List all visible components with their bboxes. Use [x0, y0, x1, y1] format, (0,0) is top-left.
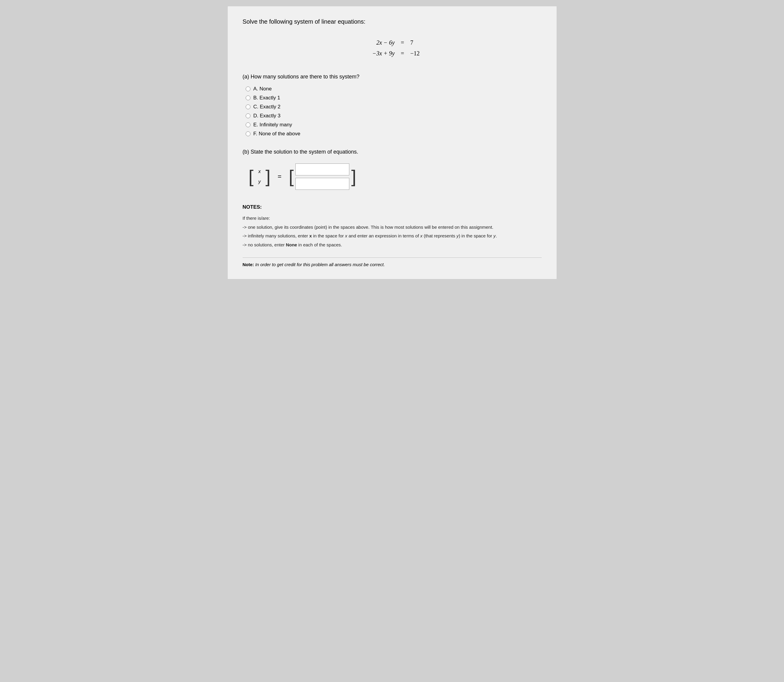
vector-equation: [ x y ] = [ ] [249, 161, 541, 192]
eq2-rhs: −12 [410, 48, 425, 59]
radio-c[interactable] [246, 105, 251, 109]
option-b-label: B. Exactly 1 [254, 95, 280, 101]
vector-y-label: y [256, 178, 262, 186]
left-vector: [ x y ] [249, 165, 270, 188]
part-b-section: (b) State the solution to the system of … [243, 149, 541, 192]
option-d-label: D. Exactly 3 [254, 113, 281, 119]
left-bracket-open: [ [249, 165, 254, 188]
right-vector: [ ] [289, 161, 356, 192]
x-solution-input[interactable] [295, 164, 349, 175]
vector-x-label: x [256, 168, 262, 175]
radio-b[interactable] [246, 96, 251, 100]
option-f[interactable]: F. None of the above [246, 131, 541, 137]
eq2-lhs: −3x + 9y [359, 48, 395, 59]
equation-row-2: −3x + 9y = −12 [243, 48, 541, 59]
option-a-label: A. None [254, 86, 272, 92]
y-solution-input[interactable] [295, 178, 349, 190]
equation-row-1: 2x − 6y = 7 [243, 37, 541, 48]
notes-body: If there is/are: -> one solution, give i… [243, 214, 541, 249]
equations-block: 2x − 6y = 7 −3x + 9y = −12 [243, 37, 541, 59]
vector-labels: x y [254, 165, 265, 188]
radio-e[interactable] [246, 123, 251, 127]
radio-group: A. None B. Exactly 1 C. Exactly 2 D. Exa… [246, 86, 541, 137]
eq2-equals: = [400, 48, 406, 59]
eq1-lhs: 2x − 6y [359, 37, 395, 48]
eq1-rhs: 7 [410, 37, 425, 48]
option-f-label: F. None of the above [254, 131, 300, 137]
problem-title: Solve the following system of linear equ… [243, 18, 541, 25]
part-b-question: (b) State the solution to the system of … [243, 149, 541, 155]
option-c-label: C. Exactly 2 [254, 104, 281, 110]
left-bracket-close: ] [265, 165, 270, 188]
radio-f[interactable] [246, 131, 251, 136]
right-bracket-open: [ [289, 161, 294, 192]
notes-title: NOTES: [243, 204, 541, 210]
option-e-label: E. Infinitely many [254, 122, 292, 128]
notes-item-1: -> one solution, give its coordinates (p… [243, 223, 541, 231]
notes-intro: If there is/are: [243, 214, 541, 222]
option-a[interactable]: A. None [246, 86, 541, 92]
radio-d[interactable] [246, 113, 251, 118]
notes-item-2: -> infinitely many solutions, enter x in… [243, 232, 541, 240]
footer-note-strong: Note: [243, 262, 254, 267]
right-bracket-close: ] [351, 161, 356, 192]
page-container: Solve the following system of linear equ… [227, 6, 557, 279]
part-a-question: (a) How many solutions are there to this… [243, 74, 541, 80]
option-c[interactable]: C. Exactly 2 [246, 104, 541, 110]
vector-equals: = [276, 173, 283, 180]
notes-item-3: -> no solutions, enter None in each of t… [243, 241, 541, 249]
option-d[interactable]: D. Exactly 3 [246, 113, 541, 119]
part-a-section: (a) How many solutions are there to this… [243, 74, 541, 137]
radio-a[interactable] [246, 86, 251, 91]
option-b[interactable]: B. Exactly 1 [246, 95, 541, 101]
footer-note-text: In order to get credit for this problem … [255, 262, 385, 267]
footer-note: Note: In order to get credit for this pr… [243, 258, 541, 267]
option-e[interactable]: E. Infinitely many [246, 122, 541, 128]
input-column [294, 161, 351, 192]
eq1-equals: = [400, 37, 406, 48]
notes-section: NOTES: If there is/are: -> one solution,… [243, 204, 541, 249]
